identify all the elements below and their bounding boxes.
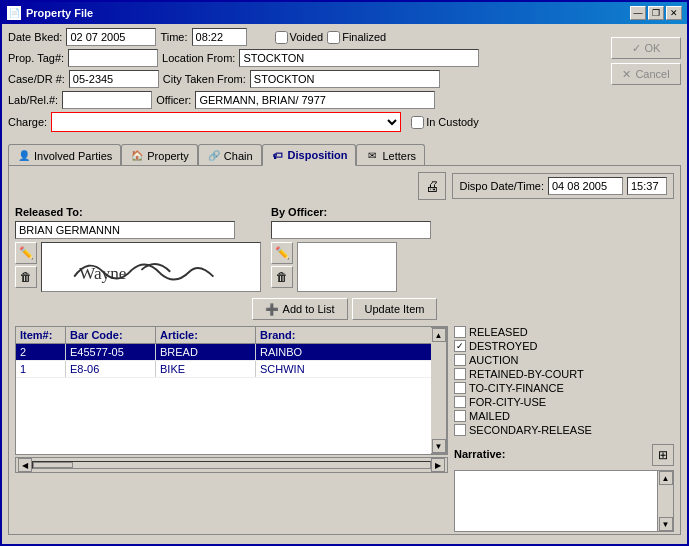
finalized-label: Finalized	[342, 31, 386, 43]
forcityuse-checkbox[interactable]	[454, 396, 466, 408]
tab-property-label: Property	[147, 150, 189, 162]
mailed-checkbox[interactable]	[454, 410, 466, 422]
form-row-2: Prop. Tag#: Location From:	[8, 49, 681, 67]
narrative-textarea[interactable]	[455, 471, 657, 531]
labrel-input[interactable]	[62, 91, 152, 109]
hscroll-thumb[interactable]	[33, 462, 73, 468]
form-row-1: Date Bked: Time: Voided Finalized	[8, 28, 681, 46]
tab-chain[interactable]: 🔗 Chain	[198, 144, 262, 166]
tocityfinance-checkbox[interactable]	[454, 382, 466, 394]
auction-label: AUCTION	[469, 354, 519, 366]
datebked-label: Date Bked:	[8, 31, 62, 43]
table-vscrollbar[interactable]: ▲ ▼	[431, 327, 447, 454]
forcityuse-label: FOR-CITY-USE	[469, 396, 546, 408]
grid-button[interactable]: ⊞	[652, 444, 674, 466]
form-row-5: Charge: In Custody	[8, 112, 681, 132]
time-input[interactable]	[192, 28, 247, 46]
checkbox-for-city-use: FOR-CITY-USE	[454, 396, 674, 408]
citytaken-input[interactable]	[250, 70, 440, 88]
table-row[interactable]: 1 E8-06 BIKE SCHWIN	[16, 361, 431, 378]
cell-article-1: BIKE	[156, 361, 256, 377]
hscroll-right-arrow[interactable]: ▶	[431, 458, 445, 472]
datebked-input[interactable]	[66, 28, 156, 46]
by-officer-label: By Officer:	[271, 206, 431, 218]
incustody-label: In Custody	[426, 116, 479, 128]
narrative-scroll-down[interactable]: ▼	[659, 517, 673, 531]
ok-button[interactable]: ✓ OK	[611, 37, 681, 59]
incustody-checkbox[interactable]	[411, 116, 424, 129]
retained-checkbox[interactable]	[454, 368, 466, 380]
checkbox-released: RELEASED	[454, 326, 674, 338]
auction-checkbox[interactable]	[454, 354, 466, 366]
cell-item-0: 2	[16, 344, 66, 360]
minimize-button[interactable]: —	[630, 6, 646, 20]
add-icon: ➕	[265, 303, 279, 316]
items-table-wrapper: Item#: Bar Code: Article: Brand: 2 E4557…	[15, 326, 448, 455]
form-row-3: Case/DR #: City Taken From:	[8, 70, 681, 88]
released-label: RELEASED	[469, 326, 528, 338]
table-hscrollbar[interactable]: ◀ ▶	[15, 457, 448, 473]
cell-brand-1: SCHWIN	[256, 361, 336, 377]
main-bottom: Item#: Bar Code: Article: Brand: 2 E4557…	[15, 326, 674, 532]
items-table: Item#: Bar Code: Article: Brand: 2 E4557…	[16, 327, 431, 454]
tab-involved[interactable]: 👤 Involved Parties	[8, 144, 121, 166]
close-button[interactable]: ✕	[666, 6, 682, 20]
finalized-checkbox[interactable]	[327, 31, 340, 44]
checkbox-auction: AUCTION	[454, 354, 674, 366]
print-button[interactable]: 🖨	[418, 172, 446, 200]
tab-disposition[interactable]: 🏷 Disposition	[262, 144, 357, 166]
released-to-label: Released To:	[15, 206, 261, 218]
disposition-icon: 🏷	[271, 148, 285, 162]
sig-pen-button[interactable]: ✏️	[15, 242, 37, 264]
signature-box: Wayne	[41, 242, 261, 292]
vscroll-down-arrow[interactable]: ▼	[432, 439, 446, 453]
released-to-input[interactable]	[15, 221, 235, 239]
narrative-vscrollbar[interactable]: ▲ ▼	[657, 471, 673, 531]
proptag-input[interactable]	[68, 49, 158, 67]
cancel-button[interactable]: ✕ Cancel	[611, 63, 681, 85]
tab-chain-label: Chain	[224, 150, 253, 162]
retained-label: RETAINED-BY-COURT	[469, 368, 584, 380]
table-scroll-area[interactable]: 2 E45577-05 BREAD RAINBO 1 E8-06 BIKE SC…	[16, 344, 431, 454]
ok-cancel-area: ✓ OK ✕ Cancel	[611, 37, 681, 85]
vscroll-up-arrow[interactable]: ▲	[432, 328, 446, 342]
checkbox-mailed: MAILED	[454, 410, 674, 422]
sig-delete-button[interactable]: 🗑	[15, 266, 37, 288]
casedr-input[interactable]	[69, 70, 159, 88]
col-header-barcode: Bar Code:	[66, 327, 156, 343]
hscroll-left-arrow[interactable]: ◀	[18, 458, 32, 472]
charge-select[interactable]	[51, 112, 401, 132]
tab-property[interactable]: 🏠 Property	[121, 144, 198, 166]
by-officer-input[interactable]	[271, 221, 431, 239]
officer-input[interactable]	[195, 91, 435, 109]
voided-label: Voided	[290, 31, 324, 43]
locationfrom-input[interactable]	[239, 49, 479, 67]
add-to-list-label: Add to List	[283, 303, 335, 315]
cancel-x: ✕	[622, 68, 631, 81]
title-buttons: — ❐ ✕	[630, 6, 682, 20]
tab-letters[interactable]: ✉ Letters	[356, 144, 425, 166]
finalized-checkbox-item: Finalized	[327, 31, 386, 44]
update-item-button[interactable]: Update Item	[352, 298, 438, 320]
officer-sig-pen-button[interactable]: ✏️	[271, 242, 293, 264]
dispo-date-input[interactable]	[548, 177, 623, 195]
officer-sig-delete-button[interactable]: 🗑	[271, 266, 293, 288]
checkbox-retained: RETAINED-BY-COURT	[454, 368, 674, 380]
ok-checkmark: ✓	[632, 42, 641, 55]
narrative-scroll-up[interactable]: ▲	[659, 471, 673, 485]
tab-letters-label: Letters	[382, 150, 416, 162]
labrel-label: Lab/Rel.#:	[8, 94, 58, 106]
tab-involved-label: Involved Parties	[34, 150, 112, 162]
cell-brand-0: RAINBO	[256, 344, 336, 360]
table-header: Item#: Bar Code: Article: Brand:	[16, 327, 431, 344]
restore-button[interactable]: ❐	[648, 6, 664, 20]
add-to-list-button[interactable]: ➕ Add to List	[252, 298, 348, 320]
hscroll-track	[32, 461, 431, 469]
table-row[interactable]: 2 E45577-05 BREAD RAINBO	[16, 344, 431, 361]
dispo-time-input[interactable]	[627, 177, 667, 195]
ok-label: OK	[645, 42, 661, 54]
voided-checkbox[interactable]	[275, 31, 288, 44]
destroyed-checkbox[interactable]: ✓	[454, 340, 466, 352]
secondaryrelease-checkbox[interactable]	[454, 424, 466, 436]
released-checkbox[interactable]	[454, 326, 466, 338]
